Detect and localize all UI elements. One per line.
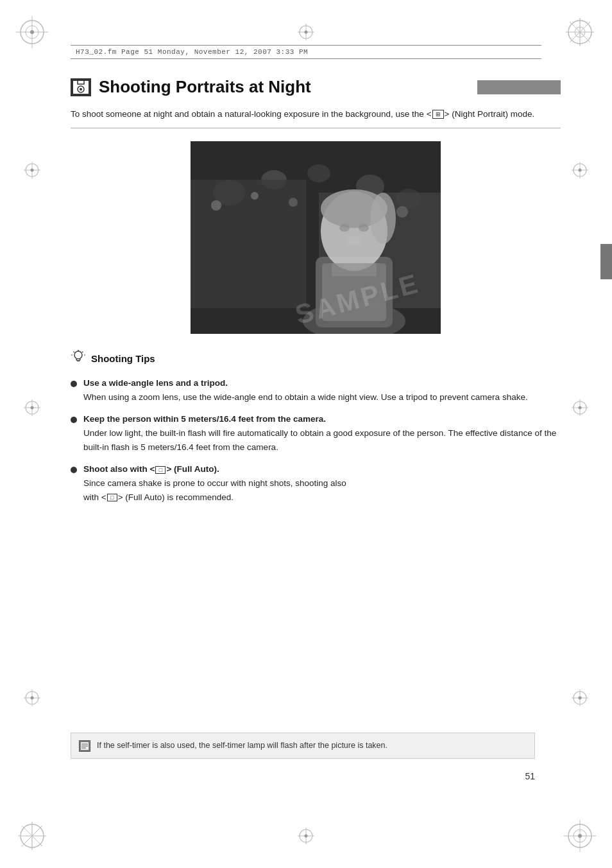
note-text: If the self-timer is also used, the self… bbox=[97, 740, 387, 752]
svg-line-82 bbox=[74, 351, 75, 352]
intro-divider bbox=[71, 128, 561, 128]
reg-mark-left-bot bbox=[22, 688, 42, 707]
reg-mark-left-mid bbox=[22, 398, 42, 417]
svg-point-65 bbox=[211, 200, 221, 211]
bullet-dot-3 bbox=[71, 467, 77, 473]
svg-point-28 bbox=[31, 406, 34, 410]
bullet-content-3: Shoot also with <□> (Full Auto). Since c… bbox=[83, 464, 561, 504]
corner-mark-tl bbox=[13, 13, 51, 51]
bullet2-text: Under low light, the built-in flash will… bbox=[83, 426, 561, 454]
reg-mark-right-mid bbox=[570, 398, 590, 417]
svg-point-79 bbox=[74, 351, 82, 359]
svg-rect-78 bbox=[332, 263, 377, 276]
svg-point-48 bbox=[305, 31, 308, 34]
svg-rect-63 bbox=[191, 180, 306, 308]
note-icon bbox=[79, 740, 90, 752]
tips-bulb-icon bbox=[71, 349, 86, 368]
tips-section: Shooting Tips Use a wide-angle lens and … bbox=[71, 349, 561, 505]
svg-point-60 bbox=[307, 164, 330, 182]
svg-point-36 bbox=[579, 169, 582, 172]
tips-title: Shooting Tips bbox=[91, 353, 155, 364]
bullet3-title: Shoot also with <□> (Full Auto). bbox=[83, 464, 561, 474]
page-title: Shooting Portraits at Night bbox=[99, 77, 470, 97]
bullet-dot-2 bbox=[71, 417, 77, 423]
page-number: 51 bbox=[525, 771, 535, 781]
bullet-item-3: Shoot also with <□> (Full Auto). Since c… bbox=[71, 464, 561, 504]
bullet3-text: Since camera shake is prone to occur wit… bbox=[83, 476, 561, 504]
full-auto-icon-title: □ bbox=[155, 466, 166, 474]
svg-point-56 bbox=[80, 88, 82, 91]
svg-point-76 bbox=[346, 236, 362, 246]
reg-mark-bottom-mid bbox=[296, 826, 316, 846]
header-bar: H73_02.fm Page 51 Monday, November 12, 2… bbox=[71, 45, 541, 59]
reg-mark-left-top bbox=[22, 161, 42, 180]
main-content: Shooting Portraits at Night To shoot som… bbox=[71, 77, 561, 817]
bullet-item-2: Keep the person within 5 meters/16.4 fee… bbox=[71, 414, 561, 454]
night-portrait-icon bbox=[71, 78, 91, 96]
svg-point-40 bbox=[579, 406, 582, 410]
svg-point-32 bbox=[31, 697, 34, 700]
bullet1-title: Use a wide-angle lens and a tripod. bbox=[83, 378, 561, 388]
full-auto-icon-text: □ bbox=[107, 494, 117, 501]
photo-placeholder: SAMPLE bbox=[191, 141, 441, 334]
svg-point-44 bbox=[579, 697, 582, 700]
corner-mark-tr bbox=[561, 13, 599, 51]
tips-header: Shooting Tips bbox=[71, 349, 561, 368]
svg-point-67 bbox=[289, 198, 298, 207]
photo-container: SAMPLE bbox=[71, 141, 561, 334]
svg-point-20 bbox=[578, 834, 582, 838]
svg-point-68 bbox=[396, 206, 408, 218]
reg-mark-top-mid bbox=[296, 22, 316, 42]
corner-mark-bl bbox=[13, 817, 51, 855]
svg-point-75 bbox=[359, 224, 369, 232]
note-box: If the self-timer is also used, the self… bbox=[71, 733, 535, 759]
svg-point-4 bbox=[30, 30, 34, 34]
bullet-item-1: Use a wide-angle lens and a tripod. When… bbox=[71, 378, 561, 404]
photo-image: SAMPLE bbox=[191, 141, 441, 334]
reg-mark-right-top bbox=[570, 161, 590, 180]
title-row: Shooting Portraits at Night bbox=[71, 77, 561, 97]
svg-point-73 bbox=[370, 193, 396, 244]
intro-paragraph: To shoot someone at night and obtain a n… bbox=[71, 107, 561, 121]
svg-point-52 bbox=[305, 835, 308, 838]
bullet-content-2: Keep the person within 5 meters/16.4 fee… bbox=[83, 414, 561, 454]
svg-point-74 bbox=[339, 224, 350, 232]
corner-mark-br bbox=[561, 817, 599, 855]
reg-mark-right-bot bbox=[570, 688, 590, 707]
bullet1-text: When using a zoom lens, use the wide-ang… bbox=[83, 390, 561, 404]
right-tab-marker bbox=[600, 244, 612, 279]
header-file-info: H73_02.fm Page 51 Monday, November 12, 2… bbox=[76, 48, 308, 56]
title-accent-bar bbox=[477, 80, 561, 94]
bullet-content-1: Use a wide-angle lens and a tripod. When… bbox=[83, 378, 561, 404]
bullet2-title: Keep the person within 5 meters/16.4 fee… bbox=[83, 414, 561, 424]
bullet-dot-1 bbox=[71, 381, 77, 387]
svg-line-83 bbox=[82, 351, 83, 352]
svg-point-24 bbox=[31, 169, 34, 172]
svg-point-66 bbox=[251, 192, 259, 200]
